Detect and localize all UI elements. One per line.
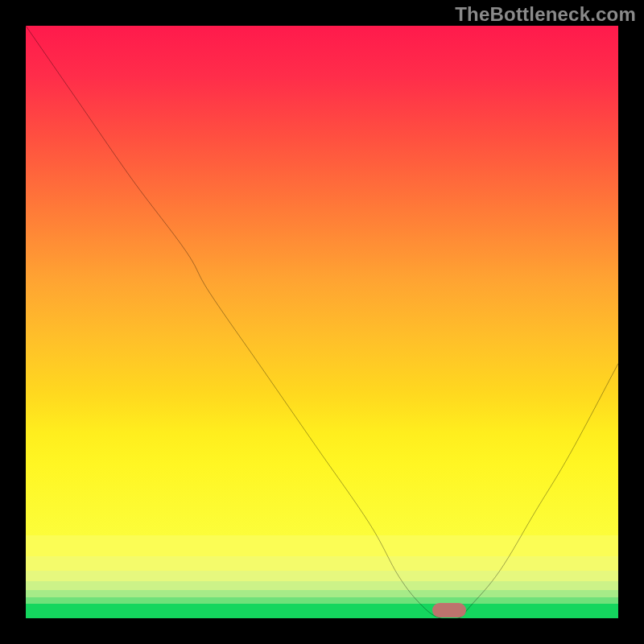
- chart-frame: TheBottleneck.com: [0, 0, 644, 644]
- watermark-text: TheBottleneck.com: [455, 3, 636, 26]
- bottleneck-curve: [26, 26, 618, 618]
- plot-area: [26, 26, 618, 618]
- optimal-point-marker: [432, 603, 466, 617]
